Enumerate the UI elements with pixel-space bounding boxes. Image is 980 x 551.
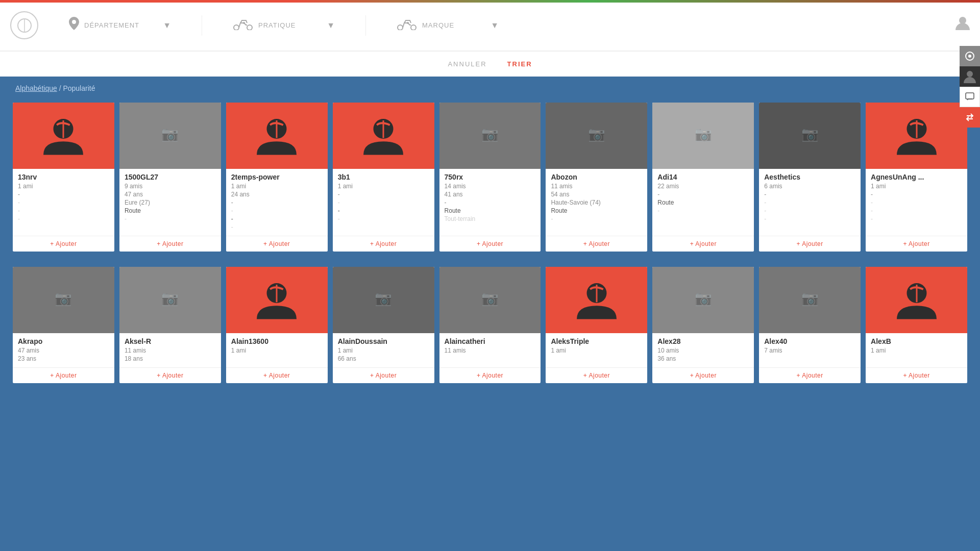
- card-amis: 1 ami: [231, 347, 323, 354]
- add-button[interactable]: + Ajouter: [50, 240, 77, 247]
- notifications-button[interactable]: [960, 46, 980, 66]
- add-button[interactable]: + Ajouter: [903, 372, 929, 379]
- pratique-label: PRATIQUE: [258, 21, 322, 29]
- user-card: 📷 Alaincatheri 11 amis + Ajouter: [439, 267, 541, 383]
- card-name: 2temps-power: [231, 173, 323, 181]
- card-dash2: -: [657, 207, 749, 214]
- svg-text:📷: 📷: [375, 290, 392, 307]
- card-avatar-placeholder: [226, 103, 328, 169]
- pratique-arrow: ▼: [327, 21, 335, 30]
- add-button[interactable]: + Ajouter: [797, 240, 823, 247]
- svg-point-7: [407, 22, 409, 24]
- annuler-button[interactable]: ANNULER: [448, 60, 486, 68]
- swap-button[interactable]: [960, 107, 980, 128]
- card-name: Alex28: [657, 337, 749, 345]
- logo[interactable]: [10, 11, 38, 39]
- card-body: Abozon 11 amis54 ansHaute-Savoie (74)Rou…: [546, 169, 647, 236]
- add-button[interactable]: + Ajouter: [370, 372, 397, 379]
- card-body: 13nrv 1 ami----: [13, 169, 114, 236]
- card-amis: 11 amis: [551, 183, 642, 190]
- card-name: 13nrv: [18, 173, 109, 181]
- card-name: Akrapo: [18, 337, 109, 345]
- card-body: Alaincatheri 11 amis: [439, 333, 541, 367]
- card-location: -: [764, 191, 855, 198]
- card-avatar-placeholder: [226, 267, 328, 333]
- top-accent: [0, 0, 980, 3]
- card-practice: Route: [657, 199, 749, 206]
- add-button[interactable]: + Ajouter: [583, 372, 610, 379]
- trier-button[interactable]: TRIER: [507, 60, 532, 68]
- user-card: 📷 Akrapo 47 amis23 ans + Ajouter: [13, 267, 114, 383]
- marque-label: MARQUE: [422, 21, 485, 29]
- card-age: 54 ans: [551, 191, 642, 198]
- add-button[interactable]: + Ajouter: [797, 372, 823, 379]
- filter-group: DÉPARTEMENT ▼ PRATIQUE ▼: [69, 15, 955, 36]
- card-location: -: [231, 199, 323, 206]
- add-button[interactable]: + Ajouter: [477, 372, 503, 379]
- card-footer: + Ajouter: [546, 236, 647, 252]
- user-avatar[interactable]: [960, 66, 980, 87]
- marque-filter[interactable]: MARQUE ▼: [397, 17, 499, 34]
- card-footer: + Ajouter: [226, 367, 328, 383]
- card-name: AgnesUnAng ...: [871, 173, 962, 181]
- card-amis: 22 amis: [657, 183, 749, 190]
- breadcrumb: Alphabétique / Popularité: [0, 77, 980, 100]
- card-body: Aesthetics 6 amis----: [759, 169, 861, 236]
- card-photo: 📷: [759, 103, 861, 169]
- add-button[interactable]: + Ajouter: [903, 240, 929, 247]
- card-footer: + Ajouter: [652, 367, 754, 383]
- add-button[interactable]: + Ajouter: [477, 240, 503, 247]
- card-amis: 10 amis: [657, 347, 749, 354]
- pratique-filter[interactable]: PRATIQUE ▼: [233, 17, 335, 34]
- sort-bar: ANNULER TRIER: [0, 51, 980, 77]
- card-body: AgnesUnAng ... 1 ami----: [866, 169, 967, 236]
- svg-text:📷: 📷: [161, 126, 179, 142]
- card-dash2: -: [871, 207, 962, 214]
- card-dash1: -: [18, 199, 109, 206]
- svg-text:📷: 📷: [801, 290, 819, 307]
- svg-text:📷: 📷: [161, 290, 179, 307]
- add-button[interactable]: + Ajouter: [263, 240, 290, 247]
- add-button[interactable]: + Ajouter: [157, 240, 183, 247]
- svg-point-53: [968, 55, 971, 58]
- svg-text:📷: 📷: [55, 290, 72, 307]
- card-age: 24 ans: [231, 191, 323, 198]
- top-bar: DÉPARTEMENT ▼ PRATIQUE ▼: [0, 0, 980, 51]
- right-sidebar: [960, 46, 980, 128]
- svg-point-8: [959, 17, 966, 24]
- card-avatar-placeholder: [546, 267, 647, 333]
- card-location: -: [445, 199, 536, 206]
- svg-rect-55: [966, 93, 974, 99]
- add-button[interactable]: + Ajouter: [583, 240, 610, 247]
- card-body: AlexB 1 ami: [866, 333, 967, 367]
- card-amis: 6 amis: [764, 183, 855, 190]
- breadcrumb-alphabetique[interactable]: Alphabétique: [15, 84, 57, 92]
- add-button[interactable]: + Ajouter: [157, 372, 183, 379]
- card-photo: 📷: [652, 103, 754, 169]
- card-name: Aksel-R: [125, 337, 216, 345]
- departement-filter[interactable]: DÉPARTEMENT ▼: [69, 17, 171, 34]
- add-button[interactable]: + Ajouter: [370, 240, 397, 247]
- chat-button[interactable]: [960, 87, 980, 107]
- add-button[interactable]: + Ajouter: [50, 372, 77, 379]
- add-button[interactable]: + Ajouter: [690, 372, 717, 379]
- user-icon-top[interactable]: [955, 16, 970, 35]
- card-name: AleksTriple: [551, 337, 642, 345]
- card-body: AleksTriple 1 ami: [546, 333, 647, 367]
- user-card: Alain13600 1 ami + Ajouter: [226, 267, 328, 383]
- add-button[interactable]: + Ajouter: [690, 240, 717, 247]
- card-practice: Route: [445, 207, 536, 214]
- card-practice: Route: [551, 207, 642, 214]
- card-footer: + Ajouter: [226, 236, 328, 252]
- card-body: 3b1 1 ami----: [333, 169, 434, 236]
- card-amis: 1 ami: [551, 347, 642, 354]
- moto-icon-2: [397, 17, 417, 34]
- card-body: Aksel-R 11 amis18 ans: [119, 333, 221, 367]
- card-body: Adi14 22 amis-Route-: [652, 169, 754, 236]
- add-button[interactable]: + Ajouter: [263, 372, 290, 379]
- card-body: Alex40 7 amis: [759, 333, 861, 367]
- card-dash2: -: [125, 215, 216, 222]
- cards-grid-row1: 13nrv 1 ami---- + Ajouter 📷 1500GL27 9 a…: [0, 100, 980, 264]
- card-name: Abozon: [551, 173, 642, 181]
- card-footer: + Ajouter: [13, 236, 114, 252]
